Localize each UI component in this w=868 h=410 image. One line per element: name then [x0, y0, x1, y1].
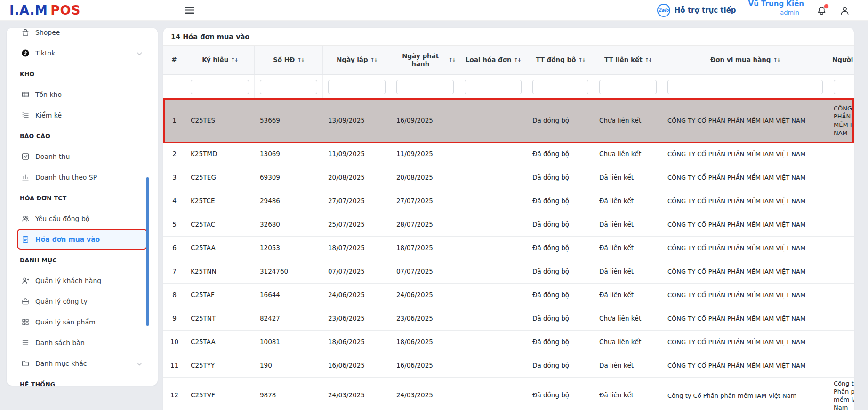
user-menu[interactable]: Vũ Trung Kiên admin — [748, 0, 804, 17]
column-header-so_hd[interactable]: Số HĐ↑↓ — [255, 46, 323, 74]
sidebar-item-label: Kiểm kê — [35, 111, 62, 119]
cell-ky_hieu: C25TNT — [185, 307, 255, 330]
table-row-10[interactable]: 10C25TAA1008118/06/202518/06/2025Đã đồng… — [163, 331, 854, 354]
column-header-index: # — [163, 46, 185, 74]
revenue-chart-icon — [21, 152, 30, 161]
sidebar-item-quan-ly-san-pham[interactable]: Quản lý sản phẩm — [17, 312, 147, 332]
column-header-ngay_lap[interactable]: Ngày lập↑↓ — [323, 46, 391, 74]
live-support-link[interactable]: Zalo Hỗ trợ trực tiếp — [657, 4, 736, 17]
table-row-9[interactable]: 9C25TNT8242723/06/202523/06/2025Đã đồng … — [163, 307, 854, 331]
cell-nguoi_ban — [828, 189, 854, 213]
profile-icon[interactable] — [839, 5, 850, 16]
column-header-tt_dong_bo[interactable]: TT đồng bộ↑↓ — [527, 46, 594, 74]
cell-so_hd: 16644 — [255, 284, 323, 307]
column-header-tt_lien_ket[interactable]: TT liên kết↑↓ — [594, 46, 662, 74]
notification-bell-icon[interactable] — [816, 5, 827, 16]
sidebar-scrollbar[interactable] — [146, 177, 149, 326]
cell-don_vi_mua_hang: CÔNG TY CỔ PHẦN PHẦN MỀM IAM VIỆT NAM — [662, 284, 828, 307]
table-row-7[interactable]: 7K25TNN312476007/07/202507/07/2025Đã đồn… — [163, 260, 854, 284]
cell-tt_dong_bo: Đã đồng bộ — [527, 213, 594, 236]
sidebar-item-danh-muc-khac[interactable]: Danh mục khác — [17, 353, 147, 374]
cell-ngay_phat_hanh: 18/06/2025 — [391, 331, 459, 354]
cell-ky_hieu: C25TES — [185, 99, 255, 142]
inventory-icon — [21, 90, 30, 99]
column-header-nguoi_ban[interactable]: Người bán↑↓ — [828, 46, 854, 74]
sidebar: ShopeeTiktokKHOTồn khoKiểm kêBÁO CÁODoan… — [7, 28, 158, 386]
sidebar-item-label: Shopee — [35, 29, 60, 36]
sidebar-item-label: Quản lý công ty — [35, 298, 88, 305]
table-row-5[interactable]: 5C25TAC3268025/07/202528/07/2025Đã đồng … — [163, 213, 854, 237]
table-row-12[interactable]: 12C25TVF987824/03/202524/03/2025Đã đồng … — [163, 378, 854, 410]
cell-loai_hoa_don — [459, 213, 527, 236]
sidebar-item-yeu-cau-dong-bo[interactable]: Yêu cầu đồng bộ — [17, 208, 147, 229]
column-label: # — [171, 56, 177, 64]
cell-so_hd: 69309 — [255, 166, 323, 189]
filter-input-loai_hoa_don[interactable] — [465, 80, 522, 94]
cell-ky_hieu: C25TAA — [185, 237, 255, 260]
filter-cell-ky_hieu — [185, 75, 255, 99]
support-label: Hỗ trợ trực tiếp — [675, 6, 736, 15]
filter-input-nguoi_ban[interactable] — [834, 80, 854, 94]
cell-ngay_lap: 25/07/2025 — [323, 213, 391, 236]
cell-ngay_lap: 27/07/2025 — [323, 189, 391, 213]
sidebar-item-hoa-don-mua-vao[interactable]: Hóa đơn mua vào — [17, 229, 147, 250]
cell-tt_dong_bo: Đã đồng bộ — [527, 237, 594, 260]
sync-request-icon — [21, 214, 30, 223]
filter-input-tt_dong_bo[interactable] — [532, 80, 588, 94]
cell-don_vi_mua_hang: CÔNG TY CỔ PHẦN PHẦN MỀM IAM VIỆT NAM — [662, 99, 828, 142]
cell-ky_hieu: C25TYY — [185, 354, 255, 377]
sidebar-item-doanh-thu-theo-sp[interactable]: Doanh thu theo SP — [17, 167, 147, 188]
sidebar-item-shopee[interactable]: Shopee — [17, 28, 147, 43]
cell-index: 5 — [163, 213, 185, 236]
cell-nguoi_ban — [828, 284, 854, 307]
column-header-ky_hieu[interactable]: Ký hiệu↑↓ — [185, 46, 255, 74]
table-row-6[interactable]: 6C25TAA1205318/07/202518/07/2025Đã đồng … — [163, 237, 854, 260]
cell-nguoi_ban — [828, 354, 854, 377]
table-row-4[interactable]: 4K25TCE2948627/07/202527/07/2025Đã đồng … — [163, 189, 854, 213]
cell-don_vi_mua_hang: Công ty Cổ Phần phần mềm IAM Việt Nam — [662, 378, 828, 410]
cell-index: 3 — [163, 166, 185, 189]
tiktok-icon — [21, 48, 30, 58]
filter-input-so_hd[interactable] — [260, 80, 317, 94]
cell-index: 10 — [163, 331, 185, 354]
table-row-8[interactable]: 8C25TAF1664424/06/202524/06/2025Đã đồng … — [163, 284, 854, 307]
filter-input-don_vi_mua_hang[interactable] — [667, 80, 823, 94]
sidebar-item-kiem-ke[interactable]: Kiểm kê — [17, 105, 147, 126]
column-header-loai_hoa_don[interactable]: Loại hóa đơn↑↓ — [459, 46, 527, 74]
cell-index: 2 — [163, 142, 185, 166]
sort-icon: ↑↓ — [449, 57, 455, 63]
column-header-ngay_phat_hanh[interactable]: Ngày phát hành↑↓ — [391, 46, 459, 74]
sidebar-item-ton-kho[interactable]: Tồn kho — [17, 84, 147, 105]
cell-nguoi_ban — [828, 213, 854, 236]
sidebar-item-doanh-thu[interactable]: Doanh thu — [17, 146, 147, 167]
filter-input-ky_hieu[interactable] — [191, 80, 249, 94]
cell-tt_lien_ket: Chưa liên kết — [594, 307, 662, 330]
sidebar-section-he-thong: HỆ THỐNG — [7, 374, 158, 386]
sort-icon: ↑↓ — [773, 57, 780, 63]
filter-cell-ngay_phat_hanh — [391, 75, 459, 99]
filter-input-tt_lien_ket[interactable] — [599, 80, 657, 94]
sidebar-item-quan-ly-khach-hang[interactable]: Quản lý khách hàng — [17, 270, 147, 291]
person-icon — [839, 5, 850, 16]
page-title: 14 Hóa đơn mua vào — [163, 28, 854, 46]
cell-tt_dong_bo: Đã đồng bộ — [527, 378, 594, 410]
sidebar-item-tiktok[interactable]: Tiktok — [17, 43, 147, 63]
filter-input-ngay_phat_hanh[interactable] — [396, 80, 454, 94]
cell-index: 4 — [163, 189, 185, 213]
cell-so_hd: 12053 — [255, 237, 323, 260]
table-row-1[interactable]: 1C25TES5366913/09/202516/09/2025Đã đồng … — [163, 99, 854, 142]
column-label: TT đồng bộ — [536, 56, 576, 64]
sidebar-item-quan-ly-cong-ty[interactable]: Quản lý công ty — [17, 291, 147, 312]
table-row-2[interactable]: 2K25TMD1306911/09/202511/09/2025Đã đồng … — [163, 142, 854, 166]
column-header-don_vi_mua_hang[interactable]: Đơn vị mua hàng↑↓ — [662, 46, 828, 74]
table-row-3[interactable]: 3C25TEG6930920/08/202520/08/2025Đã đồng … — [163, 166, 854, 189]
sidebar-item-danh-sach-ban[interactable]: Danh sách bàn — [17, 332, 147, 353]
table-filter-row — [163, 75, 854, 99]
cell-index: 9 — [163, 307, 185, 330]
stocktake-icon — [21, 110, 30, 120]
app-logo[interactable]: I.A.MPOS — [9, 3, 80, 17]
table-row-11[interactable]: 11C25TYY19016/06/202516/06/2025Đã đồng b… — [163, 354, 854, 378]
sidebar-item-label: Tồn kho — [35, 91, 62, 98]
filter-input-ngay_lap[interactable] — [328, 80, 386, 94]
menu-toggle-icon[interactable] — [183, 5, 196, 16]
